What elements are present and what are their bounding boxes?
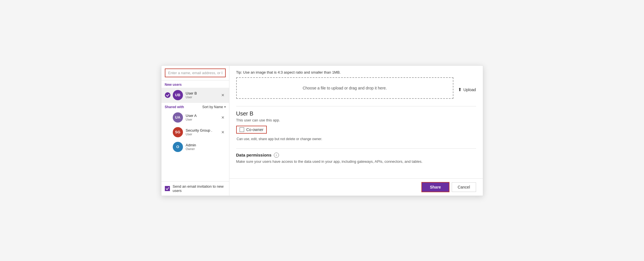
cancel-button[interactable]: Cancel: [452, 182, 476, 192]
avatar: SG: [173, 127, 183, 137]
co-owner-hint: Can use, edit, share app but not delete …: [237, 137, 476, 141]
upload-btn-label: Upload: [463, 87, 476, 92]
data-permissions-title: Data permissions: [236, 153, 272, 157]
section-divider-2: [236, 148, 476, 149]
shared-with-label: Shared with: [165, 105, 184, 109]
info-icon[interactable]: i: [274, 153, 279, 158]
bottom-action-row: Share Cancel: [229, 178, 483, 196]
send-email-row: Send an email invitation to new users: [161, 181, 229, 196]
upload-icon: ⬆: [458, 87, 462, 92]
send-email-checkbox[interactable]: [165, 186, 170, 191]
co-owner-label: Co-owner: [246, 127, 264, 132]
sort-by-label: Sort by Name: [202, 105, 223, 109]
data-permissions-header: Data permissions i: [236, 153, 476, 158]
new-user-item[interactable]: UB User B User ✕: [161, 88, 229, 102]
remove-user-button[interactable]: ✕: [220, 115, 226, 120]
section-divider: [236, 106, 476, 106]
user-b-title: User B: [236, 110, 476, 117]
shared-user-item[interactable]: O Admin Owner: [161, 140, 229, 154]
sort-by-button[interactable]: Sort by Name ▾: [202, 105, 225, 109]
user-info: Admin Owner: [186, 143, 226, 151]
right-panel: Tip: Use an image that is 4:3 aspect rat…: [229, 66, 483, 196]
chevron-down-icon: ▾: [224, 105, 226, 108]
user-role: User: [186, 95, 220, 99]
avatar: UA: [173, 112, 183, 123]
co-owner-checkbox[interactable]: [240, 127, 244, 132]
upload-area[interactable]: Choose a file to upload or drag and drop…: [236, 77, 454, 99]
user-name: User B: [186, 91, 220, 95]
new-users-label: New users: [161, 80, 229, 88]
upload-row: Choose a file to upload or drag and drop…: [236, 77, 476, 102]
upload-area-text: Choose a file to upload or drag and drop…: [303, 86, 387, 90]
share-dialog: New users UB User B User ✕ Shared with S…: [161, 65, 483, 196]
user-name: Admin: [186, 143, 226, 147]
user-b-section: User B This user can use this app. Co-ow…: [236, 110, 476, 144]
user-b-desc: This user can use this app.: [236, 118, 476, 122]
send-email-label: Send an email invitation to new users: [173, 184, 226, 193]
search-input-wrapper: [161, 66, 229, 80]
user-name: User A: [186, 114, 220, 118]
check-icon: [165, 92, 170, 98]
upload-button[interactable]: ⬆ Upload: [458, 87, 476, 92]
user-role: User: [186, 118, 220, 121]
shared-users-list: UA User A User ✕ SG Security Group . Use…: [161, 110, 229, 181]
avatar: O: [173, 142, 183, 152]
left-panel: New users UB User B User ✕ Shared with S…: [161, 66, 229, 196]
user-info: User A User: [186, 114, 220, 121]
remove-user-button[interactable]: ✕: [220, 92, 226, 98]
user-role: Owner: [186, 147, 226, 151]
avatar: UB: [173, 90, 183, 100]
user-info: Security Group . User: [186, 128, 220, 136]
search-input[interactable]: [165, 69, 226, 77]
svg-point-0: [165, 92, 170, 98]
user-role: User: [186, 132, 220, 136]
data-permissions-desc: Make sure your users have access to the …: [236, 159, 476, 164]
shared-user-item[interactable]: SG Security Group . User ✕: [161, 125, 229, 140]
tip-text: Tip: Use an image that is 4:3 aspect rat…: [236, 66, 476, 77]
shared-with-header: Shared with Sort by Name ▾: [161, 102, 229, 110]
remove-user-button[interactable]: ✕: [220, 129, 226, 135]
user-name: Security Group .: [186, 128, 220, 132]
shared-user-item[interactable]: UA User A User ✕: [161, 110, 229, 125]
co-owner-row: Co-owner: [236, 126, 267, 134]
user-info: User B User: [186, 91, 220, 99]
share-button[interactable]: Share: [421, 182, 449, 192]
